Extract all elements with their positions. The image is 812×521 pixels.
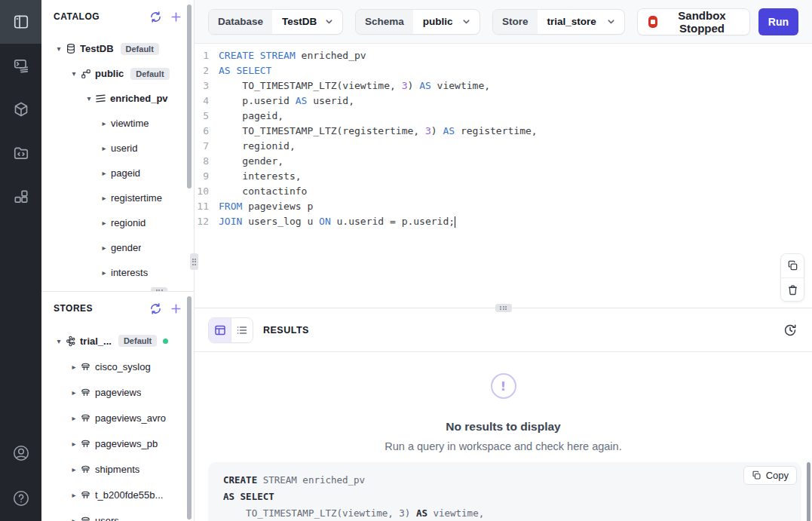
stores-refresh-icon[interactable] <box>149 302 161 314</box>
line-number: 8 <box>195 154 219 169</box>
chevron-down-icon <box>606 17 616 26</box>
caret-right-icon[interactable]: ▸ <box>69 491 79 499</box>
explorer-panel: CATALOG ▾TestDBDefault▾publicDefault▾enr… <box>41 0 195 521</box>
caret-right-icon[interactable]: ▸ <box>99 268 109 277</box>
stores-item-t-b200fde55b-[interactable]: ▸t_b200fde55b... <box>41 482 194 507</box>
tree-item-label: TestDB <box>80 43 114 54</box>
caret-down-icon[interactable]: ▾ <box>54 337 64 345</box>
stores-section: STORES ▾trial_...Default▸cisco_syslog▸pa… <box>41 291 194 521</box>
topic-icon <box>80 515 91 521</box>
editor-line: 12JOIN users_log u ON u.userid = p.useri… <box>195 214 812 229</box>
clear-query-button[interactable] <box>781 277 804 301</box>
stop-icon <box>648 16 657 28</box>
catalog-scrollbar[interactable] <box>187 5 192 188</box>
schema-select[interactable]: Schemapublic <box>355 9 480 35</box>
copy-preview-button[interactable]: Copy <box>743 466 797 485</box>
database-icon <box>65 43 76 54</box>
catalog-item-interests[interactable]: ▸interests <box>41 260 194 285</box>
stores-scrollbar[interactable] <box>187 296 192 519</box>
caret-right-icon[interactable]: ▸ <box>69 516 79 521</box>
database-select[interactable]: DatabaseTestDB <box>208 9 343 35</box>
panel-resize-grip[interactable] <box>190 253 198 270</box>
catalog-item-viewtime[interactable]: ▸viewtime <box>41 111 194 136</box>
sql-editor[interactable]: 1CREATE STREAM enriched_pv2AS SELECT3 TO… <box>195 44 812 308</box>
caret-right-icon[interactable]: ▸ <box>99 119 109 127</box>
rail-queries-icon[interactable] <box>0 44 41 87</box>
stores-item-users[interactable]: ▸users <box>41 507 194 521</box>
catalog-item-registertime[interactable]: ▸registertime <box>41 185 194 210</box>
editor-line: 8 gender, <box>195 154 812 169</box>
stores-item-cisco-syslog[interactable]: ▸cisco_syslog <box>41 354 194 379</box>
tree-item-label: shipments <box>95 464 139 475</box>
stores-item-pageviews-avro[interactable]: ▸pageviews_avro <box>41 405 194 431</box>
toolbar-selects: DatabaseTestDBSchemapublicStoretrial_sto… <box>208 9 637 35</box>
caret-right-icon[interactable]: ▸ <box>69 414 79 422</box>
query-history-button[interactable] <box>782 322 798 339</box>
line-number: 2 <box>195 63 219 78</box>
line-number: 3 <box>195 78 219 93</box>
stores-item-trial-[interactable]: ▾trial_...Default <box>41 328 194 354</box>
rail-account-icon[interactable] <box>0 431 41 476</box>
topic-icon <box>80 361 91 372</box>
status-dot <box>163 339 168 344</box>
tree-item-label: pageviews_pb <box>95 438 158 449</box>
caret-down-icon[interactable]: ▾ <box>69 69 79 78</box>
section-resize-grip[interactable] <box>151 287 167 291</box>
caret-right-icon[interactable]: ▸ <box>99 144 109 152</box>
rail-resources-icon[interactable] <box>0 87 41 131</box>
caret-right-icon[interactable]: ▸ <box>99 219 109 227</box>
catalog-item-public[interactable]: ▾publicDefault <box>41 61 194 86</box>
results-resize-grip[interactable] <box>495 304 512 312</box>
select-label: Store <box>493 10 538 34</box>
rail-apps-icon[interactable] <box>0 175 41 219</box>
caret-right-icon[interactable]: ▸ <box>99 194 109 202</box>
catalog-item-userid[interactable]: ▸userid <box>41 136 194 161</box>
stores-add-icon[interactable] <box>170 302 182 314</box>
results-scrollbar[interactable] <box>807 462 810 521</box>
catalog-item-pageid[interactable]: ▸pageid <box>41 161 194 185</box>
results-body: ! No results to display Run a query in w… <box>195 352 812 521</box>
stores-item-pageviews[interactable]: ▸pageviews <box>41 379 194 405</box>
schema-icon <box>80 68 91 79</box>
sandbox-status-button[interactable]: Sandbox Stopped <box>637 8 750 35</box>
caret-right-icon[interactable]: ▸ <box>99 169 109 177</box>
editor-line: 4 p.userid AS userid, <box>195 93 812 109</box>
line-number: 10 <box>195 184 219 199</box>
alert-circle-icon: ! <box>491 373 516 399</box>
catalog-item-testdb[interactable]: ▾TestDBDefault <box>41 36 194 61</box>
caret-right-icon[interactable]: ▸ <box>99 244 109 252</box>
copy-preview-label: Copy <box>766 470 789 481</box>
catalog-item-gender[interactable]: ▸gender <box>41 235 194 260</box>
catalog-item-regionid[interactable]: ▸regionid <box>41 210 194 235</box>
run-button[interactable]: Run <box>758 8 798 35</box>
stores-item-shipments[interactable]: ▸shipments <box>41 456 194 482</box>
store-select[interactable]: Storetrial_store <box>492 9 625 35</box>
rail-integrations-icon[interactable] <box>0 131 41 175</box>
caret-right-icon[interactable]: ▸ <box>69 363 79 371</box>
rail-workspace-icon[interactable] <box>0 0 41 44</box>
topic-icon <box>80 387 91 398</box>
caret-right-icon[interactable]: ▸ <box>69 440 79 448</box>
app-window: CATALOG ▾TestDBDefault▾publicDefault▾enr… <box>0 0 812 521</box>
copy-query-button[interactable] <box>781 254 804 277</box>
select-value: public <box>413 16 461 27</box>
list-view-button[interactable] <box>231 318 253 342</box>
preview-line: AS SELECT <box>223 489 786 505</box>
catalog-add-icon[interactable] <box>170 11 182 23</box>
stores-item-pageviews-pb[interactable]: ▸pageviews_pb <box>41 431 194 456</box>
catalog-refresh-icon[interactable] <box>149 11 161 23</box>
line-number: 4 <box>195 93 219 109</box>
caret-down-icon[interactable]: ▾ <box>84 94 94 103</box>
query-preview-code: CREATE STREAM enriched_pvAS SELECT TO_TI… <box>223 472 786 521</box>
line-number: 7 <box>195 139 219 154</box>
table-view-button[interactable] <box>209 318 231 342</box>
caret-right-icon[interactable]: ▸ <box>69 388 79 397</box>
caret-right-icon[interactable]: ▸ <box>69 465 79 473</box>
catalog-item-enriched-pv[interactable]: ▾enriched_pv <box>41 86 194 111</box>
main-area: DatabaseTestDBSchemapublicStoretrial_sto… <box>195 0 812 521</box>
tree-item-label: public <box>95 68 124 79</box>
caret-down-icon[interactable]: ▾ <box>54 44 64 53</box>
line-number: 12 <box>195 214 219 229</box>
tree-item-label: pageviews <box>95 387 141 398</box>
rail-help-icon[interactable] <box>0 476 41 521</box>
